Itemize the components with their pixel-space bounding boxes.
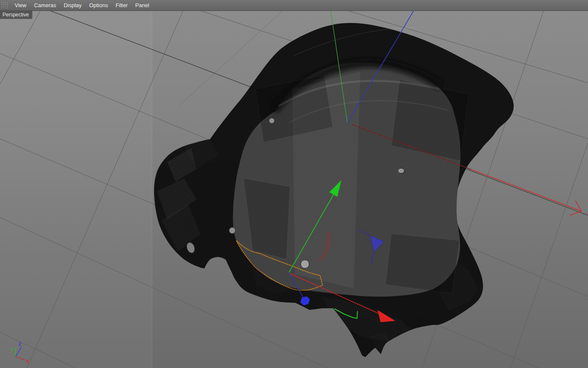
world-axis-x bbox=[471, 169, 581, 215]
mesh-hole bbox=[229, 228, 236, 234]
triad-x-label: X bbox=[26, 359, 29, 364]
triad-z-label: Z bbox=[18, 342, 21, 347]
menu-item-filter[interactable]: Filter bbox=[112, 0, 131, 11]
mesh-hole bbox=[269, 118, 275, 124]
x-axis-arrowhead bbox=[570, 201, 581, 215]
triad-y-label: Y bbox=[10, 347, 13, 352]
menu-item-panel[interactable]: Panel bbox=[131, 0, 153, 11]
menu-item-view[interactable]: View bbox=[11, 0, 30, 11]
mesh-hole bbox=[301, 260, 309, 268]
viewport-window: Y Z X View Cameras Display Options Filte… bbox=[0, 0, 588, 368]
grip-dots-icon[interactable] bbox=[1, 2, 8, 9]
viewport-canvas[interactable]: Y Z X bbox=[0, 0, 588, 368]
ground-shading bbox=[0, 0, 152, 368]
mesh-hole bbox=[398, 168, 404, 173]
grid-line bbox=[510, 143, 588, 368]
menu-item-display[interactable]: Display bbox=[60, 0, 86, 11]
menu-item-options[interactable]: Options bbox=[85, 0, 112, 11]
menu-item-cameras[interactable]: Cameras bbox=[30, 0, 60, 11]
camera-label: Perspective bbox=[0, 11, 32, 19]
viewport-menubar: View Cameras Display Options Filter Pane… bbox=[0, 0, 588, 11]
